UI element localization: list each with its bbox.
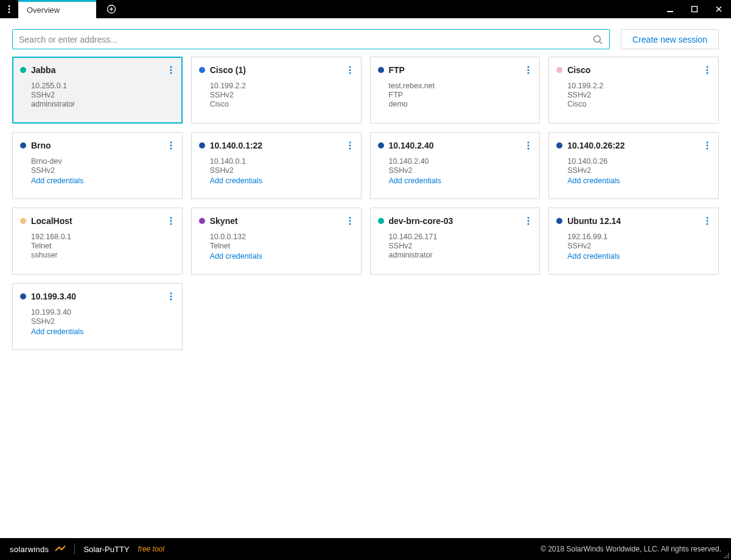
session-card[interactable]: Jabba10.255.0.1SSHv2administrator [12, 57, 183, 124]
session-card[interactable]: dev-brn-core-0310.140.26.171SSHv2adminis… [370, 208, 540, 275]
svg-point-25 [170, 145, 172, 147]
brand-logo-icon [55, 545, 66, 553]
svg-point-24 [170, 142, 172, 144]
session-protocol: SSHv2 [210, 166, 354, 175]
search-input[interactable] [19, 35, 592, 44]
card-menu-button[interactable] [167, 214, 175, 228]
card-menu-button[interactable] [704, 63, 711, 77]
card-menu-button[interactable] [346, 63, 354, 77]
vertical-dots-icon [170, 66, 172, 74]
add-credentials-link[interactable]: Add credentials [389, 177, 533, 185]
svg-point-23 [707, 72, 708, 74]
card-menu-button[interactable] [167, 290, 175, 303]
session-host: 192.168.0.1 [31, 233, 175, 241]
session-protocol: SSHv2 [31, 91, 175, 99]
search-box[interactable] [12, 29, 610, 49]
svg-point-16 [349, 69, 351, 71]
svg-point-53 [728, 555, 729, 556]
session-card[interactable]: BrnoBrno-devSSHv2Add credentials [12, 132, 183, 199]
add-credentials-link[interactable]: Add credentials [31, 327, 175, 336]
status-dot [378, 67, 384, 73]
minimize-icon [666, 5, 674, 13]
svg-point-33 [707, 142, 708, 144]
session-host: 10.0.0.132 [210, 233, 354, 241]
status-dot [20, 218, 26, 224]
session-card[interactable]: Cisco (1)10.199.2.2SSHv2Cisco [191, 57, 362, 124]
tab-overview[interactable]: Overview [18, 0, 96, 18]
session-host: 10.199.2.2 [567, 82, 711, 90]
add-credentials-link[interactable]: Add credentials [567, 252, 711, 261]
session-protocol: SSHv2 [31, 166, 175, 175]
vertical-dots-icon [8, 5, 10, 13]
create-session-button[interactable]: Create new session [621, 29, 719, 49]
title-bar: Overview [0, 0, 731, 18]
svg-point-22 [707, 69, 708, 71]
new-tab-button[interactable] [102, 0, 121, 18]
card-menu-button[interactable] [346, 139, 354, 152]
add-credentials-link[interactable]: Add credentials [210, 177, 354, 185]
card-menu-button[interactable] [167, 63, 175, 77]
status-dot [378, 218, 384, 224]
svg-point-44 [528, 223, 530, 225]
vertical-dots-icon [349, 66, 351, 74]
svg-point-30 [528, 142, 530, 144]
add-credentials-link[interactable]: Add credentials [210, 252, 354, 261]
session-card[interactable]: 10.199.3.4010.199.3.40SSHv2Add credentia… [12, 283, 183, 350]
card-menu-button[interactable] [704, 214, 711, 228]
session-host: 192.16.99.1 [567, 233, 711, 241]
session-card[interactable]: Ubuntu 12.14192.16.99.1SSHv2Add credenti… [548, 208, 719, 275]
svg-point-37 [170, 220, 172, 222]
svg-point-21 [707, 66, 708, 68]
vertical-dots-icon [527, 217, 530, 225]
svg-point-0 [9, 5, 10, 7]
session-name: FTP [389, 65, 405, 75]
vertical-dots-icon [170, 292, 172, 301]
session-protocol: FTP [389, 91, 533, 99]
add-credentials-link[interactable]: Add credentials [31, 177, 175, 185]
card-menu-button[interactable] [167, 139, 175, 152]
session-card[interactable]: FTPtest.rebex.netFTPdemo [370, 57, 540, 124]
session-card[interactable]: 10.140.0.1:2210.140.0.1SSHv2Add credenti… [191, 132, 362, 199]
session-card[interactable]: Skynet10.0.0.132TelnetAdd credentials [191, 208, 362, 275]
status-dot [20, 293, 26, 299]
resize-grip[interactable] [724, 553, 730, 559]
brand-name: solarwinds [10, 545, 49, 554]
card-menu-button[interactable] [525, 63, 532, 77]
svg-point-12 [170, 66, 172, 68]
app-menu-button[interactable] [0, 0, 18, 18]
window-close-button[interactable] [707, 0, 731, 18]
session-card[interactable]: Cisco10.199.2.2SSHv2Cisco [548, 57, 719, 124]
session-name: Brno [31, 141, 51, 150]
session-card[interactable]: 10.140.2.4010.140.2.40SSHv2Add credentia… [370, 132, 540, 199]
svg-point-47 [707, 223, 708, 225]
session-protocol: Telnet [31, 242, 175, 250]
vertical-dots-icon [170, 217, 172, 225]
tab-label: Overview [27, 5, 60, 15]
session-name: dev-brn-core-03 [389, 216, 453, 226]
session-user: administrator [389, 251, 533, 259]
svg-point-50 [170, 299, 172, 301]
card-menu-button[interactable] [704, 139, 711, 152]
add-credentials-link[interactable]: Add credentials [567, 177, 711, 185]
svg-point-45 [707, 217, 708, 219]
plus-circle-icon [107, 4, 116, 14]
svg-point-10 [594, 35, 601, 42]
svg-point-48 [170, 293, 172, 295]
session-protocol: SSHv2 [389, 166, 533, 175]
search-icon [592, 34, 603, 45]
session-card[interactable]: LocalHost192.168.0.1Telnetsshuser [12, 208, 183, 275]
svg-point-52 [726, 555, 727, 556]
session-name: Cisco (1) [210, 65, 246, 75]
svg-point-43 [528, 220, 530, 222]
svg-point-18 [528, 66, 530, 68]
session-card[interactable]: 10.140.0.26:2210.140.0.26SSHv2Add creden… [548, 132, 719, 199]
card-menu-button[interactable] [525, 139, 532, 152]
svg-point-20 [528, 72, 530, 74]
card-menu-button[interactable] [525, 214, 532, 228]
window-minimize-button[interactable] [658, 0, 682, 18]
card-menu-button[interactable] [346, 214, 354, 228]
svg-point-56 [728, 557, 729, 558]
session-protocol: SSHv2 [210, 91, 354, 99]
session-user: sshuser [31, 251, 175, 259]
window-maximize-button[interactable] [682, 0, 707, 18]
